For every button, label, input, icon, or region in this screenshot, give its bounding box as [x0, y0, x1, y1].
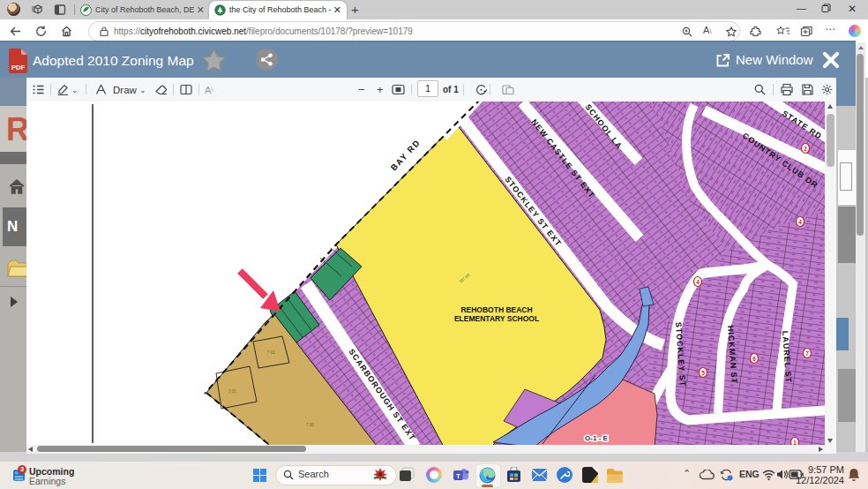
svg-text:4: 4: [696, 279, 700, 285]
svg-text:PDF: PDF: [11, 64, 25, 71]
svg-text:REHOBOTH BEACH: REHOBOTH BEACH: [460, 305, 532, 314]
svg-text:6: 6: [752, 356, 756, 362]
svg-text:7 00: 7 00: [306, 423, 314, 427]
svg-text:O-1 - E: O-1 - E: [585, 434, 608, 442]
svg-text:4: 4: [798, 219, 802, 225]
svg-text:7: 7: [805, 350, 809, 357]
svg-text:2: 2: [804, 146, 807, 152]
svg-text:T: T: [456, 472, 460, 480]
svg-text:ELEMENTARY SCHOOL: ELEMENTARY SCHOOL: [454, 314, 539, 323]
svg-text:5: 5: [701, 370, 705, 376]
svg-text:7 02: 7 02: [267, 350, 275, 355]
svg-text:7 01: 7 01: [228, 389, 236, 394]
